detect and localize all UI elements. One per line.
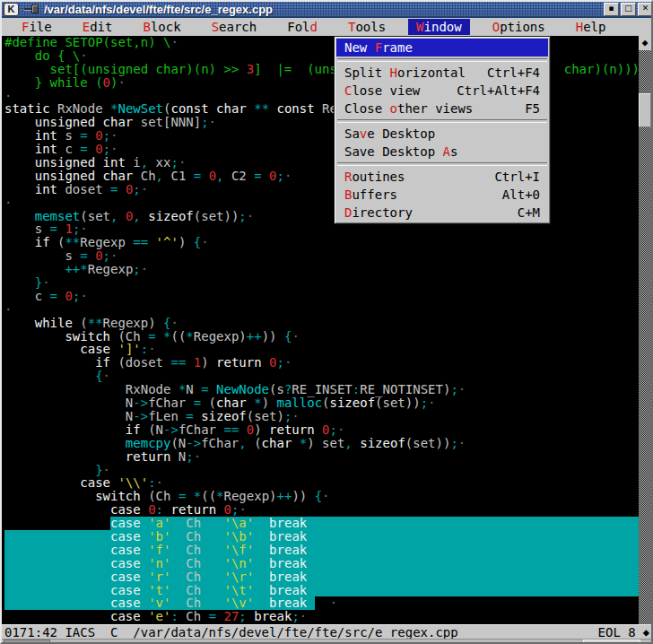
resize-grip[interactable] [583, 640, 640, 644]
code-token [262, 544, 269, 557]
menubar-item-options[interactable]: Options [484, 19, 553, 35]
code-line[interactable]: case 't': Ch = '\t'; break; [4, 584, 639, 597]
close-button[interactable]: ✕ [638, 3, 653, 16]
pin-icon[interactable] [24, 4, 39, 13]
code-token: · [42, 276, 49, 290]
code-token: N [4, 410, 133, 423]
code-line[interactable]: }· [4, 276, 639, 290]
code-token: ) [201, 356, 216, 370]
code-line[interactable]: case 'a': Ch = '\a'; break; [4, 517, 639, 530]
scrollbar-up-arrow[interactable]: ◆ [639, 36, 651, 50]
horizontal-scrollbar-thumb[interactable] [4, 640, 50, 644]
menubar-item-tools[interactable]: Tools [340, 19, 394, 35]
code-line[interactable]: case 'e': Ch = 27; break;· [4, 610, 639, 623]
code-line[interactable]: }· [4, 464, 639, 477]
code-token [4, 450, 126, 464]
menubar-item-window[interactable]: Window [408, 19, 470, 35]
code-line[interactable]: s = 0;· [4, 249, 639, 263]
code-token [292, 437, 299, 450]
code-token [118, 183, 125, 196]
code-token: memcpy [126, 437, 171, 450]
menubar-item-help[interactable]: Help [568, 19, 614, 35]
code-line[interactable]: s = 1;· [4, 222, 639, 236]
code-token: fChar [148, 396, 194, 410]
code-token: = [80, 129, 87, 143]
vertical-scrollbar: ◆ [639, 36, 651, 624]
code-token: Ch [178, 596, 209, 610]
scrollbar-trough[interactable] [639, 50, 651, 624]
code-token: 1 [65, 222, 72, 236]
title-bar[interactable]: K /var/data/nfs/devel/fte/fte/src/e_rege… [2, 2, 653, 18]
code-token: { [284, 330, 292, 344]
code-line[interactable]: memcpy(N->fChar, (char *) set, sizeof(se… [4, 437, 639, 450]
code-line[interactable]: case 'n': Ch = '\n'; break; [4, 557, 639, 570]
code-token: ; [103, 129, 110, 143]
window-title: /var/data/nfs/devel/fte/fte/src/e_regex.… [44, 3, 273, 16]
code-line[interactable]: c = 0;· [4, 290, 639, 303]
code-token: case [110, 570, 141, 584]
code-token: case [80, 476, 110, 490]
code-token: (Ch [110, 330, 148, 344]
code-token: return [170, 503, 216, 517]
code-line[interactable]: N->fLen = sizeof(set);· [4, 410, 639, 423]
menu-item-label: Save Desktop As [344, 143, 457, 161]
code-line[interactable]: case 'v': Ch = '\v'; break; · [4, 596, 639, 610]
code-line[interactable]: case 'r': Ch = '\r'; break; [4, 570, 639, 584]
code-token: · [284, 356, 292, 370]
code-line[interactable]: switch (Ch = *((*Regexp)++)) {· [4, 330, 639, 344]
menu-item-close-other-views[interactable]: Close other viewsF5 [336, 100, 548, 117]
code-token: ; [254, 517, 261, 530]
menu-item-split-horizontal[interactable]: Split HorizontalCtrl+F4 [336, 64, 548, 82]
code-line[interactable]: ++*Regexp;· [4, 263, 639, 276]
code-line[interactable]: return N;· [4, 450, 639, 464]
code-token [262, 596, 269, 610]
code-token: 0 [95, 129, 102, 143]
code-token: fLen [148, 410, 186, 423]
code-token: RxNode [50, 102, 110, 116]
scrollbar-down-arrow[interactable]: ◆ [643, 627, 649, 638]
maximize-button[interactable]: □ [621, 3, 636, 16]
menubar-item-block[interactable]: Block [135, 19, 188, 35]
code-line[interactable]: · [4, 303, 639, 317]
code-line[interactable]: switch (Ch = *((*Regexp)++)) {· [4, 490, 639, 503]
window-menu-dropdown: New FrameSplit HorizontalCtrl+F4Close vi… [334, 36, 551, 224]
menu-item-close-view[interactable]: Close viewCtrl+Alt+F4 [336, 82, 548, 100]
menu-item-buffers[interactable]: BuffersAlt+0 [336, 186, 548, 204]
code-line[interactable]: case 'b': Ch = '\b'; break; [4, 530, 639, 544]
code-token [239, 423, 246, 437]
accelerator-letter: H [576, 20, 583, 34]
code-line[interactable]: case 'f': Ch = '\f'; break; [4, 544, 639, 557]
window-menu-k-icon[interactable]: K [4, 3, 19, 16]
code-line[interactable]: case '\\':· [4, 476, 639, 490]
code-token: N [4, 396, 133, 410]
code-line[interactable]: RxNode *N = NewNode(s?RE_INSET:RE_NOTINS… [4, 383, 639, 396]
horizontal-scrollbar[interactable] [2, 639, 651, 644]
menubar-item-edit[interactable]: Edit [74, 19, 121, 35]
code-token [141, 584, 148, 597]
menu-item-directory[interactable]: DirectoryC+M [336, 204, 548, 222]
menu-item-routines[interactable]: RoutinesCtrl+I [336, 168, 548, 186]
code-token: ; [307, 570, 314, 584]
menubar-item-search[interactable]: Search [204, 19, 266, 35]
code-token [4, 356, 95, 370]
code-line[interactable]: case 0: return 0;· [4, 503, 639, 517]
code-line[interactable]: if (**Regexp == '^') {· [4, 236, 639, 249]
code-line[interactable]: {· [4, 370, 639, 383]
code-token [88, 143, 95, 156]
code-line[interactable]: N->fChar = (char *) malloc(sizeof(set));… [4, 396, 639, 410]
menu-item-new-frame[interactable]: New Frame [336, 39, 548, 57]
code-line[interactable]: if (N->fChar == 0) return 0;· [4, 423, 639, 437]
menubar-item-fold[interactable]: Fold [279, 19, 326, 35]
code-token: = [194, 396, 201, 410]
code-line[interactable]: case ']':· [4, 343, 639, 356]
accelerator-letter: W [416, 20, 423, 34]
code-line[interactable]: while (**Regexp) {· [4, 317, 639, 330]
menu-item-save-desktop-as[interactable]: Save Desktop As [336, 143, 548, 161]
menu-item-label: Buffers [344, 186, 397, 204]
scrollbar-thumb[interactable] [639, 93, 651, 127]
menu-item-save-desktop[interactable]: Save Desktop [336, 125, 548, 143]
minimize-button[interactable]: ▪ [604, 3, 619, 16]
menubar-item-file[interactable]: File [13, 19, 60, 35]
code-token: · [110, 249, 118, 263]
code-line[interactable]: if (doset == 1) return 0;· [4, 356, 639, 370]
